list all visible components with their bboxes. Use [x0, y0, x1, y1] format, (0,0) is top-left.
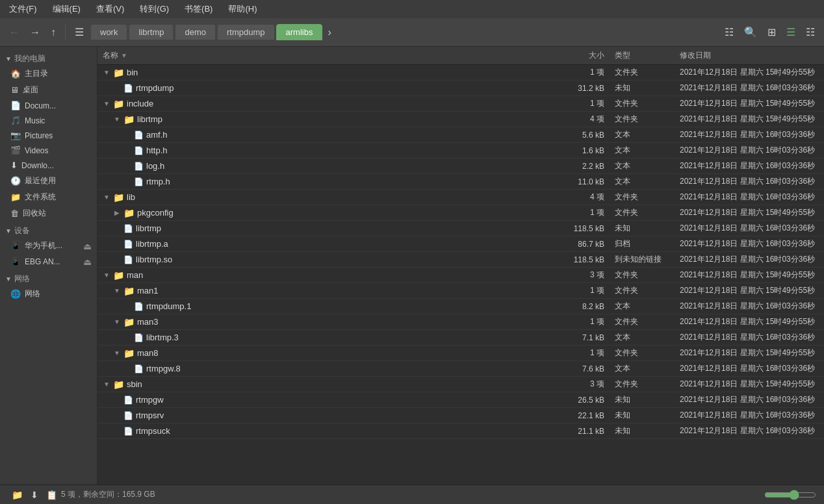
- file-name[interactable]: ▼ 📁 man1: [97, 286, 545, 296]
- sidebar-item-recent[interactable]: 🕐 最近使用: [0, 173, 97, 189]
- table-row[interactable]: ▼ 📁 man8 1 项 文件夹 2021年12月18日 星期六 15时49分5…: [97, 346, 824, 361]
- view-list[interactable]: ☰: [782, 23, 799, 41]
- table-row[interactable]: ▼ 📁 librtmp 4 项 文件夹 2021年12月18日 星期六 15时4…: [97, 112, 824, 127]
- file-name[interactable]: 📄 librtmp: [97, 223, 545, 233]
- path-mode-toggle[interactable]: ☷: [721, 23, 738, 41]
- expand-arrow[interactable]: ▼: [113, 349, 121, 357]
- table-row[interactable]: 📄 amf.h 5.6 kB 文本 2021年12月18日 星期六 16时03分…: [97, 127, 824, 143]
- view-details[interactable]: ☷: [802, 23, 819, 41]
- menu-goto[interactable]: 转到(G): [136, 2, 173, 16]
- sidebar-item-huawei[interactable]: 📱 华为手机... ⏏: [0, 238, 97, 254]
- expand-arrow[interactable]: ▶: [113, 209, 121, 216]
- file-name[interactable]: ▼ 📁 sbin: [97, 379, 545, 390]
- file-name[interactable]: 📄 amf.h: [97, 130, 545, 140]
- view-icons[interactable]: ⊞: [764, 23, 780, 41]
- sidebar-item-trash[interactable]: 🗑 回收站: [0, 205, 97, 221]
- eject-icon-1[interactable]: ⏏: [83, 241, 92, 251]
- file-name[interactable]: 📄 rtmpdump.1: [97, 301, 545, 311]
- expand-arrow[interactable]: ▼: [103, 100, 110, 107]
- file-name[interactable]: 📄 rtmpsrv: [97, 410, 545, 420]
- table-row[interactable]: 📄 rtmpsrv 22.1 kB 未知 2021年12月18日 星期六 16时…: [97, 408, 824, 423]
- sidebar-item-documents[interactable]: 📄 Docum...: [0, 98, 97, 113]
- file-name[interactable]: 📄 librtmp.3: [97, 333, 545, 342]
- header-type[interactable]: 类型: [610, 50, 675, 61]
- menu-bookmark[interactable]: 书签(B): [181, 2, 216, 16]
- header-name[interactable]: 名称 ▼: [97, 50, 545, 61]
- search-button[interactable]: 🔍: [740, 23, 761, 41]
- menu-edit[interactable]: 编辑(E): [49, 2, 84, 16]
- expand-arrow[interactable]: ▼: [103, 194, 110, 201]
- zoom-slider[interactable]: [764, 490, 816, 500]
- table-row[interactable]: 📄 librtmp.3 7.1 kB 文本 2021年12月18日 星期六 16…: [97, 330, 824, 346]
- table-row[interactable]: ▼ 📁 man3 1 项 文件夹 2021年12月18日 星期六 15时49分5…: [97, 314, 824, 330]
- file-name[interactable]: ▼ 📁 lib: [97, 192, 545, 203]
- toggle-left-panel[interactable]: ☰: [71, 23, 88, 41]
- sidebar-item-ebg[interactable]: 📱 EBG AN... ⏏: [0, 254, 97, 270]
- header-size[interactable]: 大小: [545, 50, 610, 61]
- file-name[interactable]: 📄 rtmpsuck: [97, 426, 545, 436]
- tab-next[interactable]: ›: [324, 24, 335, 41]
- file-name[interactable]: ▼ 📁 man: [97, 270, 545, 281]
- tab-armlibs[interactable]: armlibs: [276, 24, 323, 40]
- sidebar-item-videos[interactable]: 🎬 Videos: [0, 143, 97, 158]
- table-row[interactable]: ▶ 📁 pkgconfig 1 项 文件夹 2021年12月18日 星期六 15…: [97, 205, 824, 221]
- file-name[interactable]: ▶ 📁 pkgconfig: [97, 208, 545, 218]
- properties-button[interactable]: 📋: [42, 488, 61, 501]
- file-name[interactable]: ▼ 📁 man3: [97, 317, 545, 327]
- file-name[interactable]: 📄 http.h: [97, 145, 545, 155]
- sidebar-item-home[interactable]: 🏠 主目录: [0, 66, 97, 82]
- file-name[interactable]: 📄 log.h: [97, 161, 545, 171]
- table-row[interactable]: 📄 http.h 1.6 kB 文本 2021年12月18日 星期六 16时03…: [97, 143, 824, 158]
- table-row[interactable]: 📄 log.h 2.2 kB 文本 2021年12月18日 星期六 16时03分…: [97, 158, 824, 174]
- tab-demo[interactable]: demo: [175, 24, 216, 40]
- file-name[interactable]: 📄 librtmp.so: [97, 255, 545, 264]
- table-row[interactable]: 📄 rtmpdump.1 8.2 kB 文本 2021年12月18日 星期六 1…: [97, 299, 824, 314]
- header-date[interactable]: 修改日期: [675, 50, 824, 61]
- table-row[interactable]: ▼ 📁 include 1 项 文件夹 2021年12月18日 星期六 15时4…: [97, 96, 824, 112]
- sidebar-item-pictures[interactable]: 📷 Pictures: [0, 128, 97, 143]
- expand-arrow[interactable]: ▼: [103, 271, 110, 279]
- menu-help[interactable]: 帮助(H): [224, 2, 261, 16]
- table-row[interactable]: 📄 rtmpgw.8 7.6 kB 文本 2021年12月18日 星期六 16时…: [97, 361, 824, 377]
- expand-arrow[interactable]: ▼: [113, 287, 121, 294]
- sidebar-item-network[interactable]: 🌐 网络: [0, 286, 97, 302]
- table-row[interactable]: 📄 librtmp.so 118.5 kB 到未知的链接 2021年12月18日…: [97, 252, 824, 268]
- file-name[interactable]: 📄 rtmp.h: [97, 177, 545, 186]
- open-terminal-button[interactable]: ⬇: [27, 488, 42, 501]
- file-name[interactable]: ▼ 📁 include: [97, 99, 545, 109]
- table-row[interactable]: 📄 librtmp.a 86.7 kB 归档 2021年12月18日 星期六 1…: [97, 236, 824, 252]
- table-row[interactable]: ▼ 📁 lib 4 项 文件夹 2021年12月18日 星期六 16时03分36…: [97, 190, 824, 205]
- sidebar-item-music[interactable]: 🎵 Music: [0, 113, 97, 128]
- table-row[interactable]: 📄 librtmp 118.5 kB 未知 2021年12月18日 星期六 16…: [97, 221, 824, 236]
- sidebar-item-filesystem[interactable]: 📁 文件系统: [0, 189, 97, 205]
- eject-icon-2[interactable]: ⏏: [83, 257, 92, 267]
- table-row[interactable]: 📄 rtmp.h 11.0 kB 文本 2021年12月18日 星期六 16时0…: [97, 174, 824, 190]
- table-row[interactable]: 📄 rtmpgw 26.5 kB 未知 2021年12月18日 星期六 16时0…: [97, 392, 824, 408]
- expand-arrow[interactable]: ▼: [103, 69, 110, 76]
- file-name[interactable]: ▼ 📁 librtmp: [97, 114, 545, 125]
- sidebar-item-downloads[interactable]: ⬇ Downlo...: [0, 158, 97, 173]
- file-name[interactable]: ▼ 📁 bin: [97, 68, 545, 78]
- sidebar-item-desktop[interactable]: 🖥 桌面: [0, 82, 97, 98]
- table-row[interactable]: 📄 rtmpdump 31.2 kB 未知 2021年12月18日 星期六 16…: [97, 81, 824, 96]
- table-row[interactable]: ▼ 📁 man1 1 项 文件夹 2021年12月18日 星期六 15时49分5…: [97, 283, 824, 299]
- expand-arrow[interactable]: ▼: [113, 116, 121, 123]
- tab-librtmp[interactable]: librtmp: [129, 24, 174, 40]
- back-button[interactable]: ←: [5, 24, 23, 41]
- table-row[interactable]: 📄 rtmpsuck 21.1 kB 未知 2021年12月18日 星期六 16…: [97, 423, 824, 439]
- file-name[interactable]: 📄 rtmpgw: [97, 395, 545, 405]
- table-row[interactable]: ▼ 📁 sbin 3 项 文件夹 2021年12月18日 星期六 15时49分5…: [97, 377, 824, 392]
- table-row[interactable]: ▼ 📁 man 3 项 文件夹 2021年12月18日 星期六 15时49分55…: [97, 268, 824, 283]
- up-button[interactable]: ↑: [47, 24, 60, 41]
- new-folder-button[interactable]: 📁: [8, 488, 27, 501]
- tab-rtmpdump[interactable]: rtmpdump: [217, 24, 275, 40]
- file-name[interactable]: 📄 rtmpdump: [97, 83, 545, 93]
- table-row[interactable]: ▼ 📁 bin 1 项 文件夹 2021年12月18日 星期六 15时49分55…: [97, 65, 824, 81]
- file-name[interactable]: ▼ 📁 man8: [97, 348, 545, 359]
- forward-button[interactable]: →: [26, 24, 44, 41]
- menu-file[interactable]: 文件(F): [5, 2, 41, 16]
- file-name[interactable]: 📄 rtmpgw.8: [97, 364, 545, 373]
- file-name[interactable]: 📄 librtmp.a: [97, 239, 545, 249]
- menu-view[interactable]: 查看(V): [92, 2, 128, 16]
- expand-arrow[interactable]: ▼: [103, 381, 110, 388]
